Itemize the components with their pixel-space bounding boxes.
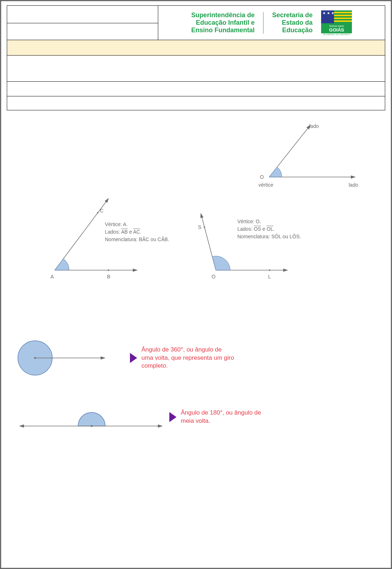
angleA-label-B: B bbox=[107, 273, 110, 281]
turn-full-text: Ângulo de 360°, ou ângulo de uma volta, … bbox=[141, 346, 234, 370]
turns-section: Ângulo de 360°, ou ângulo de uma volta, … bbox=[15, 338, 377, 431]
header-cell-top-left bbox=[7, 6, 158, 23]
turn-half-svg bbox=[15, 403, 169, 435]
content-area: lado O vértice lado bbox=[7, 110, 385, 431]
header-table: Superintendência de Educação Infantil e … bbox=[7, 5, 385, 110]
logo1-line2: Educação Infantil e bbox=[191, 19, 255, 27]
turn-half-diagram bbox=[15, 403, 169, 431]
logo2-line2: Estado da bbox=[272, 19, 313, 27]
badge-small-text: Somos todos bbox=[321, 25, 352, 27]
fig1-label-side-right: lado bbox=[349, 181, 358, 189]
goias-badge: Somos todos GOIÁS GOVERNO DO ESTADO bbox=[321, 10, 352, 35]
logo1-line3: Ensino Fundamental bbox=[191, 27, 255, 34]
badge-label: Somos todos GOIÁS bbox=[321, 23, 352, 33]
turn-half-text: Ângulo de 180°, ou ângulo de meia volta. bbox=[181, 409, 274, 425]
turn-half-row: Ângulo de 180°, ou ângulo de meia volta. bbox=[15, 403, 377, 431]
logo1-line1: Superintendência de bbox=[191, 11, 255, 19]
logo2-line1: Secretaria de bbox=[272, 11, 313, 19]
figure-angle-A: A B C Vértice: A. Lados: AB e AC. Nomenc… bbox=[48, 195, 184, 281]
angleO-label-O: O bbox=[212, 273, 216, 281]
angleA-line2: Lados: AB e AC. bbox=[105, 228, 180, 236]
figure-angle-basic: lado O vértice lado bbox=[248, 120, 366, 195]
angleA-line1: Vértice: A. bbox=[105, 221, 180, 228]
header-cell-bottom-left bbox=[7, 23, 158, 40]
svg-point-5 bbox=[97, 212, 98, 214]
svg-point-9 bbox=[204, 226, 205, 228]
angleO-label-L: L bbox=[268, 273, 271, 281]
angleA-label-A: A bbox=[50, 273, 54, 281]
logo-secretaria: Secretaria de Estado da Educação bbox=[272, 11, 313, 34]
angleA-line3: Nomenclatura: BÂC ou CÂB. bbox=[105, 236, 180, 243]
turn-full-diagram bbox=[15, 338, 130, 378]
logo-row: Superintendência de Educação Infantil e … bbox=[161, 10, 382, 35]
header-row-blank-3 bbox=[7, 96, 385, 110]
angleO-line3: Nomenclatura: SÔL ou LÔS. bbox=[237, 233, 320, 240]
triangle-marker-icon bbox=[169, 412, 176, 422]
fig1-label-vertice: vértice bbox=[258, 181, 273, 189]
badge-stripes-icon bbox=[334, 10, 352, 23]
angleO-line1: Vértice: O. bbox=[237, 218, 320, 225]
badge-sub-text: GOVERNO DO ESTADO bbox=[321, 33, 352, 35]
header-cell-logos: Superintendência de Educação Infantil e … bbox=[158, 6, 385, 40]
badge-main-text: GOIÁS bbox=[329, 27, 344, 33]
header-row-blank-1 bbox=[7, 56, 385, 82]
figure-angle-O: O L S Vértice: O. Lados: OS e OL. Nomenc… bbox=[198, 195, 334, 281]
logo-superintendencia: Superintendência de Educação Infantil e … bbox=[191, 11, 255, 34]
fig1-label-O: O bbox=[260, 173, 264, 181]
badge-flag-icon bbox=[321, 10, 352, 23]
angleO-line2: Lados: OS e OL. bbox=[237, 225, 320, 233]
angleA-label-C: C bbox=[100, 207, 103, 215]
turn-full-svg bbox=[15, 338, 116, 381]
svg-point-12 bbox=[34, 357, 36, 359]
header-row-blank-2 bbox=[7, 82, 385, 96]
svg-point-4 bbox=[108, 269, 109, 271]
logo2-line3: Educação bbox=[272, 27, 313, 34]
angleO-label-S: S bbox=[198, 224, 201, 231]
page: Superintendência de Educação Infantil e … bbox=[0, 0, 392, 569]
figure-row-annotated-angles: A B C Vértice: A. Lados: AB e AC. Nomenc… bbox=[48, 195, 377, 281]
turn-full-row: Ângulo de 360°, ou ângulo de uma volta, … bbox=[15, 338, 377, 378]
header-row-yellow bbox=[7, 40, 385, 56]
triangle-marker-icon bbox=[130, 353, 137, 363]
fig1-label-side-top: lado bbox=[309, 123, 319, 130]
svg-point-8 bbox=[269, 269, 270, 271]
logo-divider bbox=[263, 12, 263, 34]
svg-point-14 bbox=[91, 425, 93, 427]
